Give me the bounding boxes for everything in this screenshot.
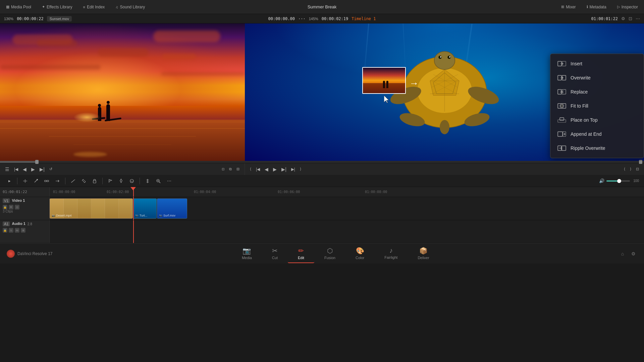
context-menu: Insert Overwrite xyxy=(550,54,644,158)
nav-inspector[interactable]: ▷ Inspector xyxy=(614,3,641,11)
viewer-more-icon[interactable]: ⋯ xyxy=(636,16,640,21)
nav-home-btn[interactable]: ⌂ xyxy=(619,250,627,258)
right-scrubber-thumb[interactable] xyxy=(639,160,642,164)
ctx-append-at-end[interactable]: Append at End xyxy=(552,127,642,141)
ctx-replace[interactable]: Replace xyxy=(552,85,642,99)
viewer-bar-center: 00:00:00.00 ··· 145% 00:00:02:19 Timelin… xyxy=(218,16,426,21)
cloud-3 xyxy=(153,31,220,42)
viewer-right-skip-back[interactable]: |◀ xyxy=(254,167,262,172)
toolbar-flags[interactable] xyxy=(106,177,115,185)
ctx-place-on-top[interactable]: Place on Top xyxy=(552,113,642,127)
ctx-fit-to-fill[interactable]: Fit to Fill xyxy=(552,99,642,113)
svg-point-36 xyxy=(37,179,38,180)
nav-edit-index-label: Edit Index xyxy=(87,5,105,9)
timeline-ruler[interactable]: 01:00:00:00 01:00:02:00 01:00:04:00 01:0… xyxy=(50,187,644,197)
speaker-icon: 🔊 xyxy=(599,178,604,183)
viewer-right-vol-up[interactable]: ⟩ xyxy=(628,167,633,171)
audio-link-btn[interactable]: ⊞ xyxy=(21,228,25,233)
ctx-insert[interactable]: Insert xyxy=(552,57,642,71)
bottom-nav-deliver[interactable]: 📦 Deliver xyxy=(408,244,439,263)
nav-metadata[interactable]: ℹ Metadata xyxy=(584,3,609,11)
track-lock-btn[interactable]: 🔒 xyxy=(3,205,7,209)
viewer-right-prev-frame[interactable]: ◀ xyxy=(263,167,270,172)
ctx-ripple-overwrite[interactable]: Ripple Overwrite xyxy=(552,141,642,155)
left-scrubber-thumb[interactable] xyxy=(35,160,39,164)
clip-desert-label: 📷 Desert.mp4 xyxy=(52,214,72,217)
clip-desert[interactable]: 📷 Desert.mp4 xyxy=(50,198,133,219)
audio-mute-btn[interactable]: M xyxy=(15,228,19,233)
toolbar-curve[interactable] xyxy=(69,177,77,185)
toolbar-blade[interactable] xyxy=(32,177,40,185)
toolbar-dynamic-trim[interactable] xyxy=(42,177,51,185)
viewer-right-mark-out[interactable]: ⟩ xyxy=(298,167,303,171)
viewer-left-fullscreen[interactable]: ⊡ xyxy=(220,167,226,171)
bottom-nav-right: ⌂ ⚙ xyxy=(619,250,637,258)
nav-inspector-label: Inspector xyxy=(622,5,638,9)
toolbar-snapping[interactable] xyxy=(143,177,152,185)
viewer-left-prev-frame[interactable]: ◀ xyxy=(21,167,28,172)
volume-knob[interactable] xyxy=(617,179,621,183)
center-timeline[interactable]: Timeline 1 xyxy=(352,16,376,21)
track-eye-btn[interactable]: 👁 xyxy=(9,205,13,209)
nav-edit-index[interactable]: ≡ Edit Index xyxy=(80,3,108,11)
viewer-left-play[interactable]: ▶ xyxy=(30,167,37,172)
viewer-left-pip[interactable]: ⧉ xyxy=(227,167,233,171)
toolbar-mode-select[interactable]: ▸ xyxy=(5,177,14,185)
audio-solo-btn[interactable]: S xyxy=(9,228,13,233)
svg-point-12 xyxy=(449,56,450,58)
nav-settings-btn[interactable]: ⚙ xyxy=(629,250,637,258)
viewer-left-skip-back[interactable]: |◀ xyxy=(12,167,20,172)
media-pool-icon: ▦ xyxy=(6,5,9,9)
nav-media-pool[interactable]: ▦ Media Pool xyxy=(3,3,34,11)
toolbar-zoom[interactable] xyxy=(154,177,163,185)
bottom-nav-fairlight[interactable]: ♪ Fairlight xyxy=(374,244,408,263)
viewer-right-next-frame[interactable]: ▶| xyxy=(280,167,288,172)
clip-turtle[interactable]: 📷 Turt... xyxy=(133,198,157,219)
toolbar-more[interactable]: ⋯ xyxy=(165,177,173,185)
thumb-person-1 xyxy=(383,81,385,88)
viewer-right-play[interactable]: ▶ xyxy=(271,167,278,172)
nav-effects-library[interactable]: ✦ Effects Library xyxy=(39,3,75,11)
ruler-mark-5: 01:00:08:00 xyxy=(365,190,387,194)
toolbar-color[interactable] xyxy=(127,177,136,185)
viewer-left-loop[interactable]: ↺ xyxy=(48,167,54,171)
viewer-right-vol-down[interactable]: ⟨ xyxy=(622,167,627,171)
bottom-nav-fusion[interactable]: ⬡ Fusion xyxy=(314,244,345,263)
place-on-top-label: Place on Top xyxy=(571,117,598,123)
viewer-settings-icon[interactable]: ⚙ xyxy=(621,16,625,21)
audio-lock-btn[interactable]: 🔒 xyxy=(3,228,7,233)
cloud-7 xyxy=(161,72,245,76)
viewer-left-menu-btn[interactable]: ☰ xyxy=(3,167,11,172)
volume-bar[interactable] xyxy=(606,180,630,182)
nav-mixer[interactable]: ⊞ Mixer xyxy=(558,3,578,11)
toolbar-trim[interactable] xyxy=(21,177,30,185)
viewer-left-settings[interactable]: ⊟ xyxy=(235,167,241,171)
toolbar-lock[interactable] xyxy=(90,177,99,185)
bottom-nav-edit[interactable]: ✏ Edit xyxy=(288,244,314,263)
ctx-overwrite[interactable]: Overwrite xyxy=(552,71,642,85)
toolbar-speed[interactable] xyxy=(53,177,62,185)
viewer-right-fullscreen[interactable]: ⊡ xyxy=(634,167,641,171)
viewer-left-next-frame[interactable]: ▶| xyxy=(38,167,46,172)
clip-surf[interactable]: 📷 Surf.mov xyxy=(157,198,187,219)
toolbar-link[interactable] xyxy=(79,177,88,185)
track-mute-btn[interactable]: ⊡ xyxy=(15,205,19,209)
svg-point-13 xyxy=(440,120,449,134)
bottom-nav-media[interactable]: 📷 Media xyxy=(232,244,262,263)
left-scrubber[interactable] xyxy=(0,161,245,163)
nav-sound-library[interactable]: ♫ Sound Library xyxy=(113,3,148,11)
toolbar-marker[interactable] xyxy=(117,177,125,185)
frame-6 xyxy=(119,199,132,218)
viewer-expand-icon[interactable]: ⊡ xyxy=(629,16,632,21)
left-viewer-timecode: 00:00:00:22 xyxy=(17,16,43,21)
viewer-right-skip-fwd[interactable]: ▶| xyxy=(289,167,297,172)
viewer-bar-right: 01:00:01:22 ⚙ ⊡ ⋯ xyxy=(432,16,640,21)
davinci-logo-icon xyxy=(7,250,15,258)
left-viewer-filename[interactable]: Sunset.mov xyxy=(47,16,72,21)
right-scrubber[interactable] xyxy=(245,161,644,163)
svg-point-11 xyxy=(440,56,441,58)
bottom-nav-color[interactable]: 🎨 Color xyxy=(345,244,374,263)
edit-icon: ✏ xyxy=(298,247,304,255)
viewer-right-mark-in[interactable]: ⟨ xyxy=(248,167,253,171)
bottom-nav-cut[interactable]: ✂ Cut xyxy=(262,244,288,263)
